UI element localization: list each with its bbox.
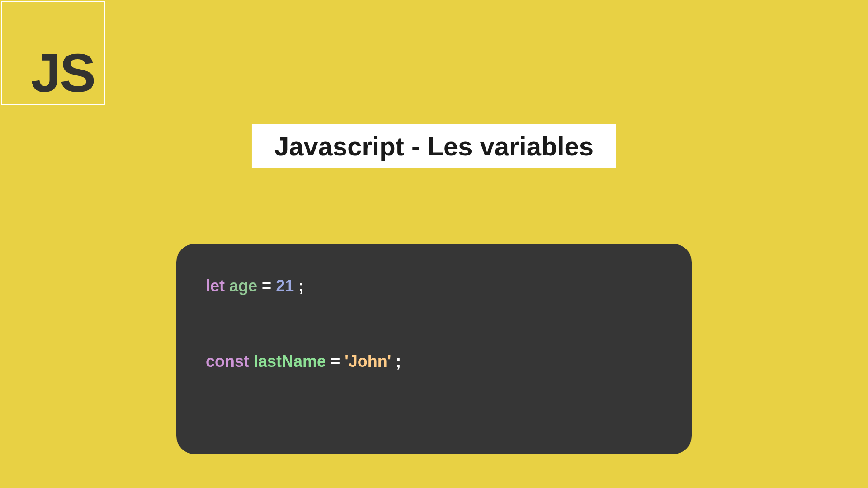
- code-value: 'John': [344, 352, 391, 371]
- code-line-2: const lastName = 'John' ;: [206, 351, 662, 372]
- title-box: Javascript - Les variables: [252, 124, 616, 168]
- code-identifier: lastName: [254, 352, 326, 371]
- code-operator: =: [330, 352, 340, 371]
- code-value: 21: [276, 277, 294, 295]
- code-keyword: let: [206, 277, 225, 295]
- code-block: let age = 21 ; const lastName = 'John' ;: [176, 244, 692, 454]
- code-keyword: const: [206, 352, 249, 371]
- code-line-1: let age = 21 ;: [206, 276, 662, 297]
- js-logo: JS: [1, 1, 105, 105]
- code-operator: =: [262, 277, 271, 295]
- code-semicolon: ;: [396, 352, 401, 371]
- slide-title: Javascript - Les variables: [274, 131, 594, 161]
- js-logo-text: JS: [31, 46, 94, 100]
- code-semicolon: ;: [298, 277, 304, 295]
- code-identifier: age: [229, 277, 257, 295]
